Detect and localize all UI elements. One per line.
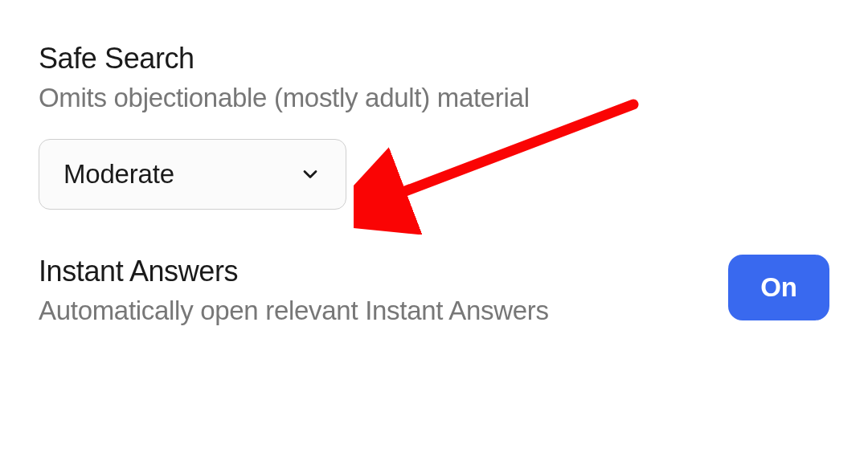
instant-answers-title: Instant Answers [39,253,549,289]
safe-search-text: Safe Search Omits objectionable (mostly … [39,40,649,210]
safe-search-setting: Safe Search Omits objectionable (mostly … [39,40,829,210]
safe-search-description: Omits objectionable (mostly adult) mater… [39,80,649,116]
safe-search-dropdown[interactable]: Moderate [39,139,346,210]
safe-search-selected-value: Moderate [63,159,174,190]
chevron-down-icon [299,163,321,186]
instant-answers-description: Automatically open relevant Instant Answ… [39,292,549,329]
instant-answers-text: Instant Answers Automatically open relev… [39,253,549,329]
safe-search-title: Safe Search [39,40,649,76]
instant-answers-setting: Instant Answers Automatically open relev… [39,253,829,329]
instant-answers-toggle[interactable]: On [728,255,829,320]
